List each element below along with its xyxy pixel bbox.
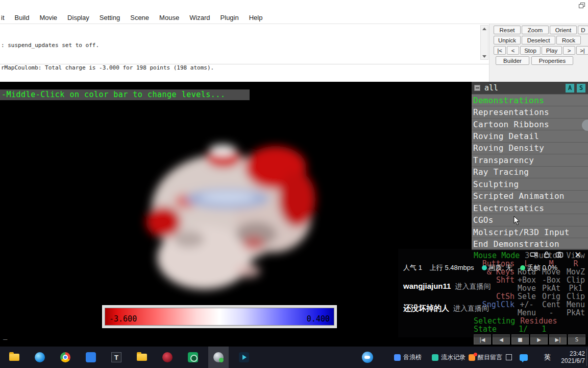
taskbar-icon-folder[interactable]	[132, 347, 152, 368]
screen: it Build Movie Display Setting Scene Mou…	[0, 0, 588, 368]
screenshot-icon[interactable]	[555, 250, 564, 259]
stat-quality: 画质: 无	[482, 263, 512, 272]
clock-date: 2021/6/7	[554, 357, 585, 364]
movie-first-button[interactable]: |<	[494, 46, 506, 55]
menu-item-help[interactable]: Help	[244, 11, 268, 24]
movie-next-button[interactable]: >	[563, 46, 575, 55]
draw-button[interactable]: D	[578, 26, 588, 34]
stat-popularity: 人气 1	[403, 263, 422, 272]
control-panel: Reset Zoom Orient D Unpick Deselect Rock…	[489, 24, 588, 82]
dropframe-dot-icon	[520, 265, 525, 270]
scroll-down-icon[interactable]	[481, 53, 487, 59]
console-scrollbar[interactable]	[480, 25, 488, 60]
comment-icon	[469, 354, 475, 361]
menu-item-wizard[interactable]: Wizard	[184, 11, 215, 24]
console-line: rMapCoulomb: Total charge is -3.000 for …	[1, 64, 220, 72]
sidebar-item-cgos[interactable]: CGOs	[472, 214, 588, 225]
taskbar-clock[interactable]: 23:42 2021/6/7	[554, 350, 585, 364]
window-titlebar	[0, 0, 588, 11]
command-prompt[interactable]: _	[3, 331, 7, 339]
tray-weather[interactable]	[357, 347, 378, 368]
color-bar[interactable]: -3.600 0.400	[102, 305, 337, 328]
sidebar-item-transparency[interactable]: Transparency	[472, 154, 588, 166]
unpick-button[interactable]: Unpick	[494, 36, 521, 44]
deselect-button[interactable]: Deselect	[522, 36, 555, 44]
folder-icon	[137, 354, 147, 361]
input-language-indicator[interactable]: 英	[544, 353, 551, 362]
blue-app-icon	[86, 352, 96, 362]
sidebar-item-molscript-r3d-input[interactable]: Molscript/R3D Input	[472, 226, 588, 238]
tray-icon-app[interactable]	[502, 347, 516, 368]
colorbar-min-label: -3.600	[109, 314, 137, 324]
sidebar-item-cartoon-ribbons[interactable]: Cartoon Ribbons	[472, 118, 588, 130]
quality-dot-icon	[482, 265, 487, 270]
window-restore-button[interactable]	[576, 0, 588, 11]
menu-item-setting[interactable]: Setting	[94, 11, 125, 24]
reset-button[interactable]: Reset	[494, 26, 521, 34]
orient-button[interactable]: Orient	[550, 26, 577, 34]
object-show-button-s[interactable]: S	[577, 84, 585, 93]
builder-button[interactable]: Builder	[496, 56, 529, 65]
sidebar-item-sculpting[interactable]: Sculpting	[472, 178, 588, 190]
tray-tool-highlight-comment[interactable]: 醒目留言	[469, 353, 502, 362]
taskbar-icon-browser[interactable]	[30, 347, 50, 368]
taskbar: T 音浪榜 流水记录 醒目留言 英 23:42 2021/6/7	[0, 347, 588, 368]
menu-item-movie[interactable]: Movie	[34, 11, 62, 24]
sidebar-item-end-demonstration[interactable]: End Demonstration	[472, 238, 588, 249]
sidebar-item-representations[interactable]: Representations	[472, 106, 588, 118]
taskbar-icon-app-blue[interactable]	[81, 347, 101, 368]
taskbar-icon-chrome[interactable]	[55, 347, 76, 368]
sidebar-item-scripted-animation[interactable]: Scripted Animation	[472, 190, 588, 202]
properties-button[interactable]: Properties	[531, 56, 573, 65]
menu-item-edit[interactable]: it	[0, 11, 10, 24]
media-app-icon	[239, 352, 249, 362]
sidebar-item-electrostatics[interactable]: Electrostatics	[472, 202, 588, 214]
tray-square-icon	[506, 354, 512, 360]
taskbar-icon-camera[interactable]	[183, 347, 203, 368]
menu-item-plugin[interactable]: Plugin	[215, 11, 244, 24]
menu-item-mouse[interactable]: Mouse	[154, 11, 184, 24]
taskbar-icon-app-red[interactable]	[157, 347, 178, 368]
sidebar-item-demonstrations[interactable]: Demonstrations	[472, 94, 588, 106]
sidebar-item-roving-density[interactable]: Roving Density	[472, 142, 588, 154]
tray-tool-soundwave-rank[interactable]: 音浪榜	[394, 353, 422, 362]
close-icon[interactable]: ×	[574, 250, 581, 259]
mouse-cursor	[513, 216, 521, 228]
taskbar-icon-explorer[interactable]	[4, 347, 24, 368]
rock-button[interactable]: Rock	[556, 36, 581, 44]
menu-item-scene[interactable]: Scene	[125, 11, 154, 24]
menu-item-display[interactable]: Display	[62, 11, 94, 24]
show-desktop-button[interactable]	[586, 349, 587, 366]
stream-overlay: × 人气 1 上行 5.48mbps 画质: 无 丢帧 0.0% wangjia…	[398, 249, 588, 337]
lock-icon[interactable]	[543, 250, 551, 259]
molecule-surface	[128, 134, 332, 303]
movie-stop-button[interactable]: Stop	[520, 46, 541, 55]
folder-icon	[9, 354, 19, 361]
taskbar-icon-typora[interactable]: T	[106, 347, 127, 368]
console-output: : suspend_updates set to off. rMapCoulom…	[0, 24, 489, 82]
object-row-all[interactable]: all A S	[472, 82, 588, 94]
taskbar-icon-media[interactable]	[234, 347, 254, 368]
movie-prev-button[interactable]: <	[507, 46, 519, 55]
chat-message: wangjiajun11进入直播间	[403, 282, 491, 291]
restore-icon	[579, 3, 585, 9]
tray-icon-chat[interactable]	[517, 347, 531, 368]
taskbar-icon-pymol-active[interactable]	[208, 347, 229, 368]
zoom-button[interactable]: Zoom	[522, 26, 549, 34]
stream-stats: 人气 1 上行 5.48mbps 画质: 无 丢帧 0.0%	[403, 263, 557, 272]
menu-item-build[interactable]: Build	[10, 11, 35, 24]
object-name: all	[484, 83, 498, 93]
movie-play-button[interactable]: Play	[542, 46, 562, 55]
scroll-up-icon[interactable]	[481, 26, 487, 32]
movie-last-button[interactable]: >|	[576, 46, 588, 55]
object-action-button-a[interactable]: A	[566, 84, 574, 93]
sidebar-item-roving-detail[interactable]: Roving Detail	[472, 130, 588, 142]
panel-collapse-button[interactable]	[474, 85, 480, 91]
sidebar-item-ray-tracing[interactable]: Ray Tracing	[472, 166, 588, 178]
notification-badge	[474, 353, 477, 356]
tray-tool-revenue-log[interactable]: 流水记录	[432, 353, 465, 362]
color-gradient: -3.600 0.400	[105, 308, 334, 326]
console-line: : suspend_updates set to off.	[1, 42, 220, 50]
videocam-icon[interactable]	[530, 250, 538, 259]
colorbar-max-label: 0.400	[307, 314, 330, 324]
